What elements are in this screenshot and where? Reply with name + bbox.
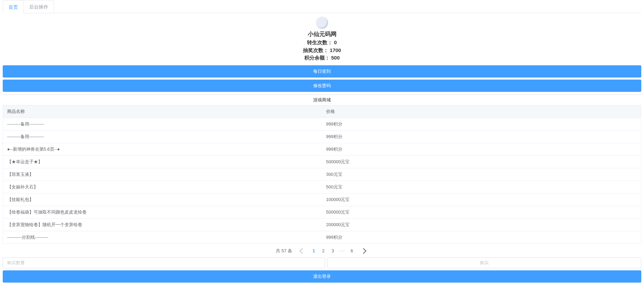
item-price: 999积分 (322, 231, 641, 243)
table-row[interactable]: ●--新增的神兽在第5.6页--●999积分 (3, 143, 641, 155)
table-row[interactable]: 【★幸运盒子★】500000元宝 (3, 155, 641, 168)
item-name: ---------备用---------- (3, 118, 322, 130)
th-price: 价格 (322, 105, 641, 118)
table-row[interactable]: 【技能礼包】100000元宝 (3, 193, 641, 206)
item-price: 300元宝 (322, 168, 641, 181)
page-total: 共 57 条 (276, 248, 292, 254)
page-number-button[interactable]: 3 (328, 247, 338, 255)
stat-label: 抽奖次数： (303, 47, 328, 53)
table-row[interactable]: ----------分割线---------999积分 (3, 231, 641, 243)
stat-points: 积分余额：500 (3, 54, 641, 62)
page-next-button[interactable] (359, 247, 368, 255)
stat-draw: 抽奖次数：1700 (3, 47, 641, 54)
daily-checkin-button[interactable]: 每日签到 (3, 65, 641, 78)
table-row[interactable]: 【变异宠物绘卷】随机开一个变异绘卷200000元宝 (3, 218, 641, 231)
item-name: ---------备用---------- (3, 130, 322, 143)
table-row[interactable]: ---------备用----------999积分 (3, 118, 641, 130)
table-row[interactable]: 【绘卷福袋】可抽取不同颜色皮皮龙绘卷500000元宝 (3, 206, 641, 218)
page-ellipsis[interactable]: ··· (338, 248, 347, 253)
stat-label: 积分余额： (304, 55, 330, 61)
item-price: 200000元宝 (322, 218, 641, 231)
quantity-input[interactable] (3, 257, 325, 268)
item-name: 【技能礼包】 (3, 193, 322, 206)
item-name: ----------分割线--------- (3, 231, 322, 243)
pagination: 共 57 条 123···6 (3, 244, 641, 257)
table-row[interactable]: 【琼浆玉液】300元宝 (3, 168, 641, 181)
stat-rebirth: 转生次数：0 (3, 39, 641, 47)
chevron-left-icon (299, 248, 305, 254)
page-number-button[interactable]: 1 (309, 247, 319, 255)
page-number-button[interactable]: 6 (347, 247, 357, 255)
buy-button[interactable]: 购买 (327, 257, 641, 268)
item-name: 【★幸运盒子★】 (3, 155, 322, 168)
profile-box: 小仙元码网 转生次数：0 抽奖次数：1700 积分余额：500 (3, 15, 641, 63)
stat-value: 500 (331, 55, 340, 61)
chevron-right-icon (360, 248, 366, 254)
logout-button[interactable]: 退出登录 (3, 270, 641, 283)
shop-title: 游戏商城 (3, 97, 641, 103)
divider (3, 95, 641, 95)
item-name: 【女娲补天石】 (3, 181, 322, 193)
item-price: 999积分 (322, 130, 641, 143)
tab-backend[interactable]: 后台操作 (23, 0, 54, 13)
item-price: 500000元宝 (322, 206, 641, 218)
site-name: 小仙元码网 (3, 30, 641, 39)
table-row[interactable]: 【女娲补天石】500元宝 (3, 181, 641, 193)
item-price: 500000元宝 (322, 155, 641, 168)
item-price: 500元宝 (322, 181, 641, 193)
shop-table: 商品名称 价格 ---------备用----------999积分------… (3, 105, 641, 244)
item-name: 【变异宠物绘卷】随机开一个变异绘卷 (3, 218, 322, 231)
table-row[interactable]: ---------备用----------999积分 (3, 130, 641, 143)
page-prev-button[interactable] (298, 247, 307, 255)
tab-home[interactable]: 首页 (3, 0, 24, 13)
item-price: 999积分 (322, 143, 641, 155)
avatar (316, 17, 328, 29)
change-password-button[interactable]: 修改密码 (3, 80, 641, 92)
th-name: 商品名称 (3, 105, 322, 118)
item-name: ●--新增的神兽在第5.6页--● (3, 143, 322, 155)
item-price: 100000元宝 (322, 193, 641, 206)
page-number-button[interactable]: 2 (319, 247, 328, 255)
buy-row: 购买 (3, 257, 641, 268)
stat-label: 转生次数： (307, 39, 333, 45)
stat-value: 0 (334, 39, 337, 45)
stat-value: 1700 (330, 47, 341, 53)
tabs-header: 首页 后台操作 (3, 0, 641, 13)
item-name: 【绘卷福袋】可抽取不同颜色皮皮龙绘卷 (3, 206, 322, 218)
item-name: 【琼浆玉液】 (3, 168, 322, 181)
item-price: 999积分 (322, 118, 641, 130)
